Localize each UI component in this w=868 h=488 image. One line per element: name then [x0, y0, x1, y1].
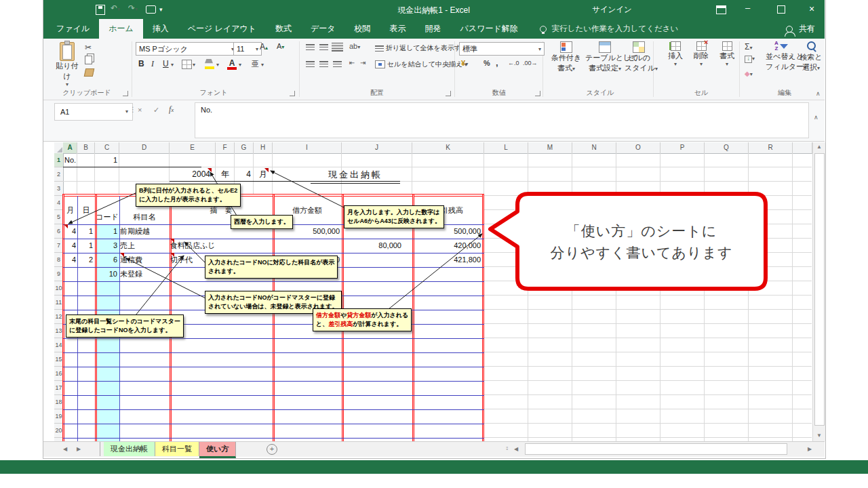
horizontal-scroll-thumb[interactable] [525, 443, 787, 455]
enter-icon[interactable]: ✓ [153, 106, 159, 115]
ribbon-tab-10[interactable]: パスワード解除 [451, 19, 528, 39]
format-cells-button[interactable]: 書式▾ [715, 41, 739, 67]
select-all-button[interactable] [54, 142, 64, 154]
alignment-dialog-launcher[interactable] [446, 91, 451, 96]
sheet-tab-3[interactable]: 使い方 [199, 442, 236, 458]
cell-row8-B[interactable]: 2 [77, 253, 93, 267]
format-painter-icon[interactable] [84, 68, 95, 77]
find-select-button[interactable]: 検索と選択▾ [798, 41, 824, 73]
furigana-dropdown[interactable]: ▾ [261, 62, 264, 68]
align-right-icon[interactable] [333, 61, 342, 67]
bottom-align-icon[interactable] [332, 43, 343, 52]
clipboard-dialog-launcher[interactable] [123, 91, 128, 96]
vertical-scroll-thumb[interactable] [814, 153, 825, 426]
row-header-1[interactable]: 1 [54, 153, 64, 167]
column-header-R[interactable]: R [749, 142, 793, 154]
delete-cells-button[interactable]: × 削除▾ [689, 41, 713, 67]
share-button[interactable]: 共有 [786, 19, 815, 39]
wrap-text-button[interactable]: 折り返して全体を表示する [375, 43, 468, 53]
column-header-E[interactable]: E [170, 142, 216, 154]
comma-style-icon[interactable]: , [496, 58, 498, 68]
top-align-icon[interactable] [306, 44, 315, 50]
decrease-indent-icon[interactable]: ⇤ [349, 59, 355, 66]
sign-in-button[interactable]: サインイン [592, 5, 632, 15]
ribbon-display-options-icon[interactable] [716, 5, 726, 14]
cell-row6-D[interactable]: 前期繰越 [120, 224, 169, 239]
font-color-dropdown[interactable]: ▾ [239, 62, 241, 68]
copy-icon[interactable] [85, 56, 92, 64]
formula-input[interactable]: No. [195, 102, 809, 138]
cell-row7-B[interactable]: 1 [77, 239, 93, 253]
column-header-B[interactable]: B [77, 142, 95, 154]
restore-button[interactable] [777, 5, 785, 14]
cell-H2[interactable]: 月 [254, 167, 273, 182]
font-dialog-launcher[interactable] [290, 91, 295, 96]
cell-row6-B[interactable]: 1 [77, 224, 93, 239]
vertical-scrollbar[interactable]: ▲ ▼ [812, 142, 825, 441]
column-header-I[interactable]: I [273, 142, 342, 154]
horizontal-scrollbar[interactable] [524, 443, 804, 454]
cell-F2[interactable]: 年 [216, 167, 235, 182]
cell-E2-year[interactable]: 2004 [170, 167, 210, 182]
column-header-M[interactable]: M [528, 142, 572, 154]
sheet-scroll-left-icon[interactable]: ◀ [63, 446, 67, 452]
insert-cells-button[interactable]: 挿入▾ [663, 41, 688, 67]
column-header-D[interactable]: D [119, 142, 170, 154]
clear-button[interactable]: ◆▾ [745, 66, 753, 79]
expand-formula-bar-icon[interactable]: ∧ [814, 114, 818, 121]
scroll-up-icon[interactable]: ▲ [813, 144, 825, 150]
cell-row7-D[interactable]: 売上 [120, 239, 169, 253]
sheet-tab-1[interactable]: 現金出納帳 [104, 442, 155, 456]
tell-me-box[interactable]: 実行したい作業を入力してください [540, 19, 679, 39]
close-button[interactable]: × [809, 3, 814, 14]
column-header-K[interactable]: K [412, 142, 484, 154]
cell-row7-J[interactable]: 80,000 [342, 239, 401, 253]
conditional-formatting-button[interactable]: 条件付き書式▾ [549, 41, 583, 73]
align-left-icon[interactable] [306, 61, 315, 67]
cut-icon[interactable]: ✂ [85, 43, 92, 52]
paste-button[interactable]: 貼り付け ▾ [53, 41, 81, 91]
cell-row7-E[interactable]: 食料品店ふじ [170, 239, 272, 253]
minimize-button[interactable]: – [745, 3, 750, 13]
row-header-2[interactable]: 2 [54, 167, 64, 182]
decrease-decimal-icon[interactable]: .00→ [523, 60, 538, 66]
align-center-icon[interactable] [319, 61, 328, 67]
cell-row6-C[interactable]: 1 [95, 224, 117, 239]
collapse-ribbon-icon[interactable]: ∧ [816, 90, 821, 97]
furigana-icon[interactable]: 亜 [252, 59, 259, 69]
new-sheet-button[interactable]: + [267, 444, 277, 455]
column-header-N[interactable]: N [572, 142, 616, 154]
bold-button[interactable]: B [138, 59, 144, 68]
cell-row7-A[interactable]: 4 [63, 239, 76, 253]
name-box-splitter[interactable]: ⋮ [130, 106, 136, 113]
insert-function-icon[interactable]: fx [169, 104, 174, 115]
ribbon-tab-5[interactable]: 数式 [266, 19, 301, 39]
ribbon-tab-3[interactable]: 挿入 [143, 19, 178, 39]
fill-button[interactable]: ↓▾ [745, 54, 755, 63]
ribbon-tab-2[interactable]: ホーム [99, 19, 143, 39]
orientation-icon[interactable]: ab▾ [349, 42, 360, 50]
sort-filter-button[interactable]: AZ 並べ替えとフィルター▾ [766, 41, 797, 72]
cell-A1[interactable]: No. [64, 153, 76, 167]
column-header-A[interactable]: A [63, 142, 77, 154]
tab-splitter-handle[interactable]: ⁞⁞ [506, 445, 507, 451]
hscroll-right-icon[interactable]: ▶ [808, 446, 812, 452]
number-format-select[interactable]: 標準▾ [459, 42, 545, 56]
merge-center-button[interactable]: セルを結合して中央揃え ▾ [375, 60, 467, 69]
sheet-tab-2[interactable]: 科目一覧 [155, 442, 199, 456]
cell-C1[interactable]: 1 [95, 153, 117, 167]
column-header-C[interactable]: C [95, 142, 119, 154]
borders-dropdown[interactable]: ▾ [193, 62, 195, 68]
borders-icon[interactable] [182, 60, 192, 69]
shrink-font-icon[interactable]: A▾ [277, 42, 284, 50]
underline-button[interactable]: U [163, 59, 169, 68]
column-header-H[interactable]: H [254, 142, 273, 154]
format-as-table-button[interactable]: テーブルとして書式設定▾ [585, 41, 625, 73]
number-dialog-launcher[interactable] [535, 91, 540, 96]
cell-doc-title[interactable]: 現金出納帳 [311, 167, 400, 182]
accounting-format-icon[interactable]: ¥▾ [461, 59, 468, 67]
font-name-select[interactable]: MS Pゴシック▾ [136, 42, 237, 56]
sheet-area[interactable]: ABCDEFGHIJKLMNOPQR 123456789101112131415… [43, 142, 812, 441]
column-header-L[interactable]: L [484, 142, 528, 154]
fill-color-icon[interactable] [205, 59, 214, 69]
